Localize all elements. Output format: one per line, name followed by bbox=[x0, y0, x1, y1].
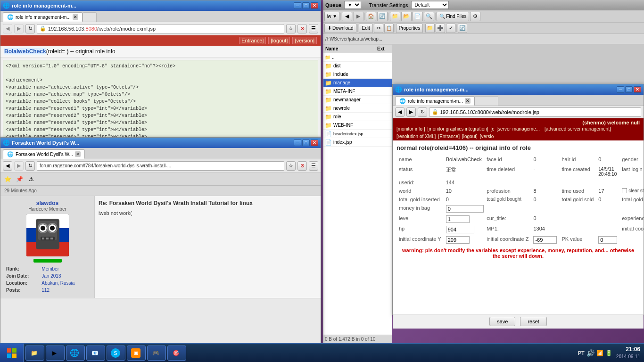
ftp-left-btn[interactable]: ◀ bbox=[342, 12, 352, 21]
taskbar-item-media[interactable]: ▶ bbox=[46, 346, 65, 361]
ftp-settings-btn[interactable]: ⚙ bbox=[470, 12, 480, 21]
start-button[interactable] bbox=[0, 344, 24, 362]
reset-button[interactable]: reset bbox=[520, 317, 546, 326]
nav-back-2[interactable]: ◀ bbox=[3, 161, 12, 171]
file-item-manage[interactable]: 📁 manage bbox=[323, 79, 392, 87]
ftp-findfiles-btn[interactable]: 🔍Find Files bbox=[437, 12, 469, 21]
taskbar-item-skype[interactable]: S bbox=[107, 346, 125, 361]
file-item-metainf[interactable]: 📁 META-INF bbox=[323, 87, 392, 96]
monitor-graphics-link[interactable]: [monitor graphics integration] bbox=[428, 126, 488, 132]
roleinfo-address-bar[interactable]: 🔒 192.168.56.103:8080/iweb/role/modrole.… bbox=[429, 107, 641, 117]
transfer-settings-dropdown[interactable]: Default bbox=[411, 1, 449, 9]
file-item-parent[interactable]: 📁 .. bbox=[323, 53, 392, 62]
ftp-folder3-btn[interactable]: 📄 bbox=[413, 12, 423, 21]
new-file-btn[interactable]: ➕ bbox=[436, 24, 445, 33]
entrance-link-role[interactable]: [Entrance] bbox=[438, 134, 460, 139]
roleinfo-back[interactable]: ◀ bbox=[395, 107, 405, 117]
sync-btn[interactable]: 🔄 bbox=[458, 24, 467, 33]
pin-icon[interactable]: 📌 bbox=[15, 174, 24, 184]
menu-btn-2[interactable]: ☰ bbox=[309, 161, 318, 171]
nav-back-1[interactable]: ◀ bbox=[3, 24, 12, 33]
money-in-bag-input[interactable] bbox=[446, 205, 484, 213]
minimize-btn-1[interactable]: ─ bbox=[294, 2, 301, 9]
bookmark-icon[interactable]: ⭐ bbox=[3, 174, 12, 184]
taskbar-item-explorer[interactable]: 📁 bbox=[25, 346, 44, 361]
version-link-1[interactable]: [version] bbox=[292, 37, 317, 44]
minimize-btn-2[interactable]: ─ bbox=[294, 140, 301, 146]
taskbar-item-fw[interactable]: 🎯 bbox=[167, 346, 186, 361]
nav-refresh-1[interactable]: ↻ bbox=[25, 24, 35, 33]
address-bar-1[interactable]: 🔒 192.168.56.103:8080/iweb/role/modrolex… bbox=[37, 24, 284, 33]
pk-value-input[interactable] bbox=[598, 236, 617, 244]
bookmark-btn-1[interactable]: ☆ bbox=[286, 24, 296, 33]
download-btn[interactable]: ⬇Download bbox=[324, 24, 356, 33]
maximize-btn-1[interactable]: □ bbox=[302, 2, 310, 9]
stop-btn-1[interactable]: ⊗ bbox=[297, 24, 307, 33]
taskbar-item-box[interactable]: ▣ bbox=[127, 346, 146, 361]
file-item-dist[interactable]: 📁 dist bbox=[323, 62, 392, 70]
init-coord-y-input[interactable] bbox=[446, 236, 470, 244]
copy-btn[interactable]: 📋 bbox=[384, 24, 394, 33]
level-input[interactable] bbox=[446, 215, 470, 223]
taskbar-item-chrome[interactable]: 🌐 bbox=[66, 346, 85, 361]
clear-store-checkbox[interactable] bbox=[622, 188, 627, 193]
resolution-xml-link[interactable]: [resolution of XML] bbox=[396, 134, 436, 139]
ftp-iw-btn[interactable]: iw ▼ bbox=[324, 12, 339, 21]
ftp-folder1-btn[interactable]: 📁 bbox=[390, 12, 400, 21]
xml-content[interactable]: <?xml version="1.0" encoding="UTF-8" sta… bbox=[3, 60, 318, 137]
browser-tab-active-1[interactable]: 🌐 role info management-m... ✕ bbox=[3, 12, 83, 22]
nav-forward-2[interactable]: ▶ bbox=[14, 161, 24, 171]
edit-btn[interactable]: Edit bbox=[359, 24, 372, 33]
entrance-link-1[interactable]: Entrance] bbox=[239, 37, 266, 44]
logout-link-role[interactable]: [logout] bbox=[462, 134, 478, 139]
ftp-right-btn[interactable]: ▶ bbox=[353, 12, 363, 21]
maximize-btn-2[interactable]: □ bbox=[302, 140, 310, 146]
monitor-info-link[interactable]: [monitor info ] bbox=[396, 126, 425, 132]
roleinfo-refresh[interactable]: ↻ bbox=[418, 107, 427, 117]
file-item-webinf[interactable]: 📁 WEB-INF bbox=[323, 121, 392, 130]
close-btn-2[interactable]: ✕ bbox=[311, 140, 318, 146]
file-item-newmanager[interactable]: 📁 newmanager bbox=[323, 96, 392, 104]
save-button[interactable]: save bbox=[489, 317, 515, 326]
menu-btn-1[interactable]: ☰ bbox=[309, 24, 318, 33]
tray-network-icon[interactable]: 📶 bbox=[596, 350, 603, 356]
roleinfo-tab-2[interactable] bbox=[475, 96, 498, 106]
advanced-server-link[interactable]: [advanced server management] bbox=[545, 126, 611, 132]
hp-input[interactable] bbox=[446, 226, 474, 233]
ftp-folder2-btn[interactable]: 📂 bbox=[401, 12, 412, 21]
server-manage-link[interactable]: [server manageme... bbox=[496, 126, 540, 132]
file-item-include[interactable]: 📁 include bbox=[323, 70, 392, 79]
tab-close-2[interactable]: ✕ bbox=[75, 151, 81, 157]
close-btn-1[interactable]: ✕ bbox=[311, 2, 318, 9]
stop-btn-2[interactable]: ⊗ bbox=[297, 161, 307, 171]
properties-btn[interactable]: Properties bbox=[396, 24, 423, 33]
bookmark-btn-2[interactable]: ☆ bbox=[286, 161, 296, 171]
file-item-index[interactable]: 📄 index.jsp bbox=[323, 138, 392, 147]
minimize-btn-role[interactable]: ─ bbox=[617, 86, 624, 93]
delete-btn[interactable]: ✓ bbox=[446, 24, 455, 33]
logout-link-1[interactable]: [logout] bbox=[268, 37, 290, 44]
address-bar-2[interactable]: forum.ragezone.com/f784/forsaken-world-d… bbox=[37, 161, 284, 171]
nav-forward-1[interactable]: ▶ bbox=[14, 24, 24, 33]
tab-close-1[interactable]: ✕ bbox=[73, 14, 78, 20]
queue-dropdown[interactable]: ▼ bbox=[344, 1, 361, 9]
tray-volume-icon[interactable]: 🔊 bbox=[586, 349, 594, 357]
file-item-newrole[interactable]: 📁 newrole bbox=[323, 104, 392, 113]
role-check-link[interactable]: BolaIwebCheck bbox=[4, 48, 46, 55]
ftp-home-btn[interactable]: 🏠 bbox=[366, 12, 376, 21]
init-coord-z-input[interactable] bbox=[533, 236, 557, 244]
maximize-btn-role[interactable]: □ bbox=[625, 86, 633, 93]
cut-btn[interactable]: ✂ bbox=[374, 24, 383, 33]
new-folder-btn[interactable]: 📁 bbox=[425, 24, 435, 33]
file-item-role[interactable]: 📁 role bbox=[323, 113, 392, 121]
browser-tab-active-2[interactable]: 🌐 Forsaken World Dysil's W... ✕ bbox=[3, 149, 85, 159]
roleinfo-tab-close[interactable]: ✕ bbox=[465, 98, 471, 104]
roleinfo-forward[interactable]: ▶ bbox=[406, 107, 416, 117]
taskbar-clock[interactable]: 21:06 2014-09-11 bbox=[616, 346, 640, 360]
file-item-headerindex[interactable]: 📄 headerindex.jsp bbox=[323, 130, 392, 138]
ftp-folder4-btn[interactable]: 🔍 bbox=[424, 12, 434, 21]
taskbar-item-game[interactable]: 🎮 bbox=[147, 346, 166, 361]
taskbar-item-email[interactable]: 📧 bbox=[86, 346, 105, 361]
close-btn-role[interactable]: ✕ bbox=[634, 86, 641, 93]
alert-icon[interactable]: ⚠ bbox=[26, 174, 36, 184]
